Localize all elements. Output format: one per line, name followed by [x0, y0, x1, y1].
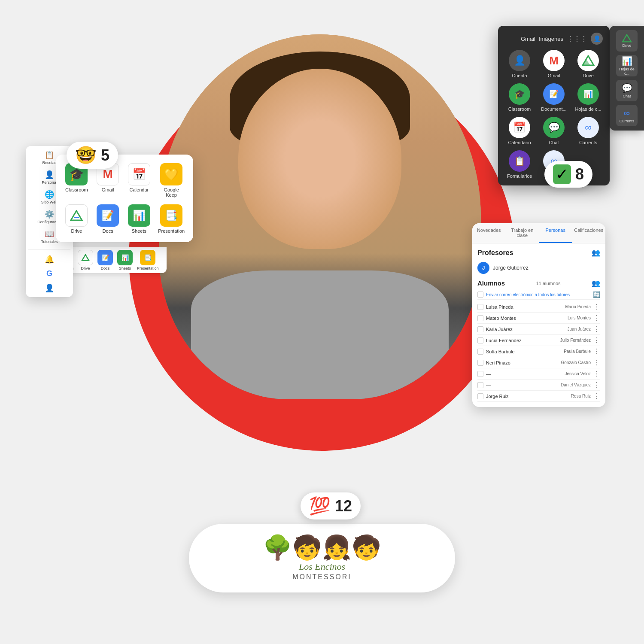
app-item-cuenta[interactable]: 👤 Cuenta [505, 50, 534, 78]
personal-label: Personal [42, 180, 57, 185]
app-item-gmail[interactable]: M Gmail [539, 50, 568, 78]
cl-drive-icon [78, 250, 93, 265]
student-5-guardian: Paula Burbule [564, 349, 591, 354]
popup-gmail-label: Gmail [102, 187, 114, 192]
student-6-guardian: Gonzalo Castro [561, 360, 591, 365]
send-email-link[interactable]: Enviar correo electrónico a todos los tu… [486, 292, 593, 297]
student-5-checkbox[interactable] [477, 349, 483, 355]
student-9-more[interactable]: ⋮ [593, 392, 600, 400]
popup-keep[interactable]: 💛 Google Keep [158, 163, 185, 197]
cl-sheets-label: Sheets [119, 266, 131, 270]
student-8-more[interactable]: ⋮ [593, 381, 600, 389]
popup-slides[interactable]: 📑 Presentation [158, 204, 185, 234]
cl-docs-small[interactable]: 📝 Docs [97, 250, 113, 270]
teacher-name: Jorge Gutierrez [493, 265, 529, 271]
popup-calendar[interactable]: 📅 Calendar [127, 163, 151, 197]
app-item-drive[interactable]: Drive [574, 50, 603, 78]
currents-icon: ∞ [577, 117, 599, 138]
strip-drive[interactable]: Drive [616, 30, 638, 52]
popup-keep-icon: 💛 [160, 163, 182, 185]
student-4-checkbox[interactable] [477, 337, 483, 343]
popup-docs[interactable]: 📝 Docs [96, 204, 120, 234]
all-checkbox[interactable] [477, 292, 483, 298]
cuenta-icon: 👤 [509, 50, 530, 71]
student-8-checkbox[interactable] [477, 382, 483, 388]
student-3-checkbox[interactable] [477, 326, 483, 332]
sidebar-notif[interactable]: 🔔 [28, 255, 70, 264]
strip-hojas-label: Hojas de c... [616, 67, 638, 76]
student-row-5: Sofía Burbule Paula Burbule ⋮ [477, 346, 600, 357]
tab-trabajo[interactable]: Trabajo en clase [506, 223, 539, 243]
tab-calificaciones[interactable]: Calificaciones [572, 223, 606, 243]
strip-currents[interactable]: ∞ Currents [616, 105, 638, 126]
popup-drive[interactable]: Drive [64, 204, 89, 234]
person-video [159, 34, 481, 399]
classroom-label: Classroom [508, 106, 531, 112]
sitioweb-icon: 🌐 [45, 190, 54, 199]
students-count: 11 alumnos [536, 281, 561, 286]
logo-tree-icon: 🌳🧒👧🧒 [263, 536, 381, 559]
student-2-more[interactable]: ⋮ [593, 314, 600, 322]
student-1-checkbox[interactable] [477, 304, 483, 310]
notif-icon: 🔔 [45, 255, 54, 264]
badge-number-2: 8 [575, 165, 584, 183]
student-6-checkbox[interactable] [477, 360, 483, 366]
add-student-icon[interactable]: 👥 [592, 279, 600, 287]
tab-novedades[interactable]: Novedades [472, 223, 506, 243]
email-refresh-icon[interactable]: 🔄 [593, 291, 600, 298]
student-row-4: Lucía Fernández Julio Fernández ⋮ [477, 335, 600, 346]
student-row-1: Luisa Pineda María Pineda ⋮ [477, 301, 600, 313]
student-6-more[interactable]: ⋮ [593, 358, 600, 367]
student-1-more[interactable]: ⋮ [593, 303, 600, 311]
user-avatar-header[interactable]: 👤 [591, 33, 603, 45]
check-emoji: ✓ [553, 164, 571, 184]
student-9-checkbox[interactable] [477, 393, 483, 399]
app-item-docs[interactable]: 📝 Document... [539, 83, 568, 112]
student-5-more[interactable]: ⋮ [593, 347, 600, 355]
app-item-sheets[interactable]: 📊 Hojas de c... [574, 83, 603, 112]
app-item-calendar[interactable]: 📅 Calendario [505, 117, 534, 145]
strip-drive-label: Drive [622, 43, 631, 48]
cl-docs-icon: 📝 [97, 250, 113, 265]
cl-drive-small[interactable]: Drive [78, 250, 93, 270]
docs-label: Document... [541, 106, 566, 112]
sidebar-user[interactable]: 👤 [28, 283, 70, 293]
student-row-3: Karla Juárez Juan Juárez ⋮ [477, 324, 600, 335]
sidebar-google[interactable]: G [28, 269, 70, 278]
student-4-more[interactable]: ⋮ [593, 336, 600, 344]
drive-icon [577, 50, 599, 71]
face [238, 69, 401, 249]
student-3-name: Karla Juárez [486, 327, 565, 332]
formularios-label: Formularios [507, 173, 532, 179]
student-row-7: — Jessica Veloz ⋮ [477, 368, 600, 380]
app-item-currents[interactable]: ∞ Currents [574, 117, 603, 145]
cl-slides-small[interactable]: 📑 Presentation [137, 250, 159, 270]
student-7-checkbox[interactable] [477, 371, 483, 377]
student-2-guardian: Luis Montes [568, 316, 591, 320]
add-teacher-icon[interactable]: 👥 [592, 249, 600, 257]
strip-hojas[interactable]: 📊 Hojas de c... [616, 55, 638, 76]
emoji-badge-100: 💯 12 [301, 492, 361, 519]
student-3-more[interactable]: ⋮ [593, 325, 600, 333]
emoji-badge-check: ✓ 8 [544, 161, 592, 188]
student-2-checkbox[interactable] [477, 315, 483, 321]
popup-docs-icon: 📝 [97, 204, 119, 227]
student-9-name: Jorge Ruiz [486, 394, 568, 399]
popup-sheets[interactable]: 📊 Sheets [127, 204, 151, 234]
student-7-more[interactable]: ⋮ [593, 370, 600, 378]
app-item-formularios[interactable]: 📋 Formularios [505, 150, 534, 179]
app-item-chat[interactable]: 💬 Chat [539, 117, 568, 145]
grid-icon[interactable]: ⋮⋮⋮ [567, 35, 587, 43]
docs-icon: 📝 [543, 83, 565, 105]
popup-slides-icon: 📑 [160, 204, 182, 227]
strip-chat[interactable]: 💬 Chat [616, 80, 638, 101]
strip-currents-label: Currents [620, 119, 635, 123]
personal-icon: 👤 [45, 170, 54, 179]
tab-personas[interactable]: Personas [539, 223, 572, 243]
calendar-icon: 📅 [509, 117, 530, 138]
popup-drive-label: Drive [71, 228, 82, 234]
app-item-classroom[interactable]: 🎓 Classroom [505, 83, 534, 112]
gmail-label-grid: Gmail [548, 73, 560, 78]
svg-marker-5 [82, 255, 89, 261]
cl-sheets-small[interactable]: 📊 Sheets [117, 250, 133, 270]
